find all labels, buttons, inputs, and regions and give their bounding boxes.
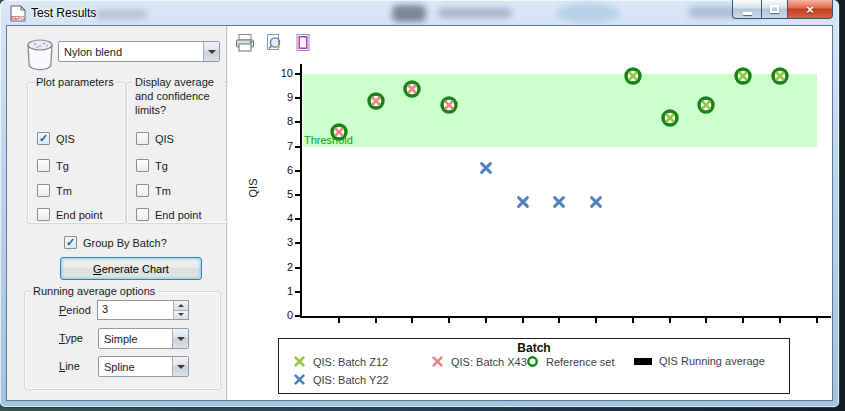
dropdown-button[interactable]	[172, 357, 188, 376]
group-title: Plot parameters	[33, 75, 117, 89]
group-by-batch-label: Group By Batch?	[83, 237, 167, 249]
glass-smudge	[95, 10, 147, 19]
checkbox[interactable]	[136, 159, 149, 172]
checkbox-row-tm: Tm	[136, 184, 171, 197]
checkbox[interactable]	[37, 159, 50, 172]
app-window: REPO Test Results ×	[0, 0, 839, 407]
checkbox[interactable]	[136, 208, 149, 221]
checkbox-label: Tm	[56, 185, 72, 197]
material-sample-icon	[22, 36, 58, 76]
chart-toolbar	[231, 29, 317, 57]
display-average-group: Display average and confidence limits? Q…	[126, 82, 229, 224]
type-dropdown[interactable]: Simple	[98, 328, 189, 349]
checkbox-row-tg: Tg	[136, 159, 168, 172]
line-dropdown-value: Spline	[99, 361, 172, 373]
type-dropdown-value: Simple	[99, 333, 172, 345]
checkbox-label: Tg	[155, 160, 168, 172]
chevron-down-icon	[177, 365, 185, 369]
checkbox-row-qis: ✓QIS	[37, 132, 75, 145]
minimize-button[interactable]	[732, 0, 761, 19]
minimize-icon	[743, 12, 752, 15]
dropdown-button[interactable]	[203, 42, 219, 61]
window-title: Test Results	[31, 6, 96, 20]
checkbox-row-qis: QIS	[136, 132, 174, 145]
checkbox-label: End point	[56, 209, 102, 221]
page-setup-icon[interactable]	[291, 31, 315, 55]
period-label: Period	[59, 304, 91, 316]
checkbox[interactable]	[136, 132, 149, 145]
running-average-group: Running average options Period 3 Type Si…	[24, 291, 221, 390]
period-value: 3	[98, 301, 173, 319]
checkbox[interactable]	[136, 184, 149, 197]
print-icon[interactable]	[233, 31, 257, 55]
type-label: Type	[59, 332, 83, 344]
svg-text:REPO: REPO	[11, 16, 24, 21]
checkbox-label: Tg	[56, 160, 69, 172]
group-title: Display average and confidence limits?	[132, 75, 224, 117]
control-panel: Nylon blend Plot parameters ✓QISTgTmEnd …	[7, 26, 227, 400]
checkbox[interactable]: ✓	[37, 132, 50, 145]
line-dropdown[interactable]: Spline	[98, 356, 189, 377]
group-by-batch-checkbox[interactable]: ✓	[64, 236, 77, 249]
group-title: Running average options	[30, 284, 158, 298]
line-label: Line	[59, 360, 80, 372]
checkbox-label: End point	[155, 209, 201, 221]
glass-smudge	[438, 8, 512, 18]
client-area: Nylon blend Plot parameters ✓QISTgTmEnd …	[7, 26, 832, 400]
checkbox-label: QIS	[155, 133, 174, 145]
checkbox[interactable]	[37, 184, 50, 197]
checkbox-label: QIS	[56, 133, 75, 145]
checkbox-label: Tm	[155, 185, 171, 197]
chevron-down-icon	[177, 337, 185, 341]
glass-smudge	[392, 5, 426, 22]
plot-parameters-group: Plot parameters ✓QISTgTmEnd point	[27, 82, 126, 224]
chevron-up-icon	[178, 304, 184, 307]
print-preview-icon[interactable]	[262, 31, 286, 55]
desktop-background: REPO Test Results ×	[0, 0, 845, 411]
chart-panel	[228, 26, 832, 400]
close-button[interactable]: ×	[788, 0, 833, 19]
generate-chart-button[interactable]: Generate Chart	[60, 257, 202, 280]
glass-smudge	[556, 3, 620, 23]
dropdown-button[interactable]	[172, 329, 188, 348]
checkbox-row-tm: Tm	[37, 184, 72, 197]
spinner-up-button[interactable]	[174, 301, 188, 311]
window-controls: ×	[732, 0, 833, 19]
checkbox[interactable]	[37, 208, 50, 221]
material-dropdown[interactable]: Nylon blend	[58, 41, 220, 62]
maximize-button[interactable]	[761, 0, 788, 19]
spinner-down-button[interactable]	[174, 311, 188, 320]
report-icon: REPO	[10, 5, 26, 22]
close-icon: ×	[806, 3, 814, 16]
titlebar[interactable]: REPO Test Results ×	[0, 0, 839, 26]
checkbox-row-tg: Tg	[37, 159, 69, 172]
period-spinner[interactable]: 3	[97, 300, 189, 320]
group-by-batch-row: ✓ Group By Batch?	[64, 236, 167, 249]
checkbox-row-end-point: End point	[136, 208, 201, 221]
generate-chart-label: Generate Chart	[93, 263, 169, 275]
material-dropdown-value: Nylon blend	[59, 46, 203, 58]
checkbox-row-end-point: End point	[37, 208, 102, 221]
chevron-down-icon	[208, 50, 216, 54]
maximize-icon	[770, 5, 779, 13]
chevron-down-icon	[178, 313, 184, 316]
spinner-buttons	[173, 301, 188, 319]
